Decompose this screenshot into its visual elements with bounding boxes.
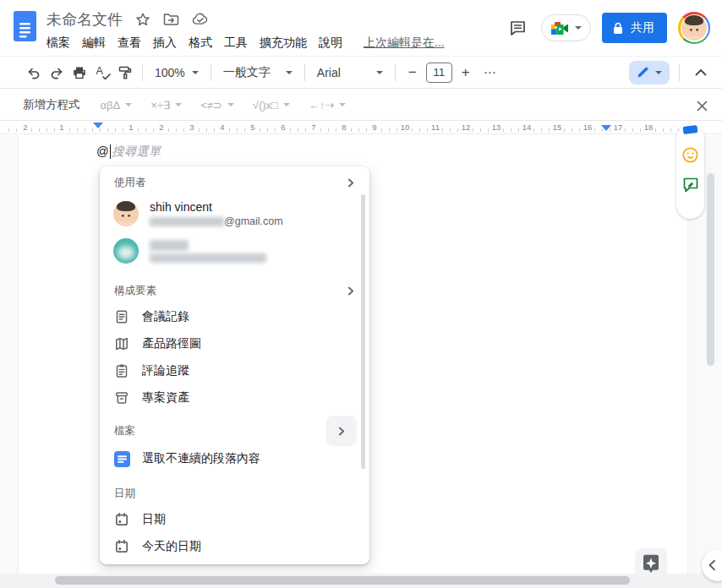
ruler-tick [77,128,78,132]
menu-item-label: 專案資產 [142,390,189,406]
google-docs-logo-icon[interactable] [14,11,36,41]
menu-item-todays-date[interactable]: 今天的日期 [100,533,369,560]
redo-button[interactable] [45,61,68,84]
map-icon [113,336,130,351]
increase-font-size-button[interactable]: + [455,62,477,84]
horizontal-scrollbar-track[interactable] [0,574,722,588]
font-family-select[interactable]: Arial [311,61,389,84]
share-button[interactable]: 共用 [602,13,667,43]
paint-format-button[interactable] [113,61,136,84]
person-name: shih vincent [150,201,283,214]
star-icon[interactable] [135,12,150,27]
suggest-edits-button[interactable] [676,170,704,200]
chevron-right-icon[interactable] [347,286,355,296]
ruler-number: 2 [21,122,29,132]
menu-insert[interactable]: 插入 [147,33,183,53]
misc-operations-dropdown[interactable]: ×÷∃ [150,99,182,112]
mention-text-line: @ 搜尋選單 [96,142,161,161]
menu-edit[interactable]: 編輯 [76,33,112,53]
doc-title[interactable]: 未命名文件 [46,9,123,30]
menu-file[interactable]: 檔案 [41,33,76,53]
dates-header-label: 日期 [114,487,135,501]
toolbar-more-button[interactable]: ⋯ [477,65,505,80]
ruler-tick [320,128,321,132]
zoom-value: 100% [155,66,185,79]
paragraph-style-select[interactable]: 一般文字 [217,61,298,84]
files-section-header[interactable]: 檔案 [100,418,369,444]
explore-star-icon [641,553,661,575]
menu-help[interactable]: 說明 [313,33,348,53]
people-section-header[interactable]: 使用者 [100,170,369,195]
font-size-input[interactable]: 11 [426,63,452,83]
ruler-number: 14 [521,122,533,132]
menu-item-meeting-notes[interactable]: 會議記錄 [100,303,369,330]
menu-extensions[interactable]: 擴充功能 [254,33,313,53]
ruler-tick [92,128,93,132]
dropdown-scrollbar[interactable] [361,194,365,469]
ruler-number: 12 [460,122,473,132]
vertical-scrollbar[interactable] [707,173,714,366]
left-indent-marker[interactable] [93,122,103,128]
ruler-tick [488,128,489,132]
toolbar-divider [679,64,680,81]
files-header-label: 檔案 [114,424,135,438]
spellcheck-button[interactable]: A [90,61,113,84]
menu-item-review-tracker[interactable]: 評論追蹤 [100,357,369,384]
close-equation-toolbar-button[interactable] [691,95,713,117]
ruler-number: 11 [429,122,441,132]
toolbar-divider [395,64,396,81]
editing-mode-button[interactable] [629,61,670,84]
decrease-font-size-button[interactable]: − [402,62,424,84]
undo-button[interactable] [22,61,45,84]
explore-button[interactable] [635,548,667,580]
partial-blue-pencil-icon[interactable] [683,125,698,134]
new-equation-button[interactable]: 新增方程式 [23,97,80,112]
menu-item-project-assets[interactable]: 專案資產 [100,384,369,411]
move-to-folder-icon[interactable] [163,13,179,26]
ruler-tick [503,128,504,132]
account-avatar[interactable]: Teacher [678,12,710,44]
greek-letters-dropdown[interactable]: αβΔ [101,99,133,112]
menu-tools[interactable]: 工具 [218,33,254,53]
arrows-dropdown[interactable]: ←↑⇢ [309,99,346,112]
hide-menus-button[interactable] [689,61,712,84]
ruler-tick [275,128,276,132]
menu-item-product-roadmap[interactable]: 產品路徑圖 [100,330,369,357]
insert-emoji-button[interactable] [676,139,704,170]
cloud-saved-icon[interactable] [192,13,209,26]
menu-item-document-file[interactable]: 選取不連續的段落內容 [100,444,369,474]
last-edited-link[interactable]: 上次編輯是在... [364,35,445,51]
print-button[interactable] [68,61,90,84]
person-item-1[interactable]: Teacher shih vincent @gmail.com [100,195,369,232]
ruler-tick [31,128,32,132]
menu-item-label: 選取不連續的段落內容 [142,451,260,466]
open-comments-button[interactable] [505,15,530,41]
chevron-right-icon[interactable] [347,178,355,188]
ruler-tick [549,128,550,132]
menu-view[interactable]: 查看 [112,33,147,53]
dropdown-caret-icon [283,103,290,106]
redacted-name [150,240,189,251]
horizontal-scrollbar-thumb[interactable] [55,576,630,585]
join-meet-button[interactable] [541,14,591,41]
calendar-icon [113,539,130,554]
math-operations-dropdown[interactable]: √()x□ [253,99,290,112]
ruler-tick [663,128,664,132]
zoom-select[interactable]: 100% [149,61,205,84]
ruler-tick [518,128,519,132]
ruler[interactable]: 21123456789101112131415161718 [0,122,722,134]
ruler-tick [168,128,169,132]
files-expand-button[interactable] [326,416,357,446]
ruler-number: 3 [188,122,195,132]
ruler-tick [419,128,420,132]
person-item-2[interactable] [100,232,369,270]
building-blocks-section-header[interactable]: 構成要素 [100,278,369,303]
ruler-tick [450,128,451,132]
avatar-face: Teacher [681,15,707,41]
ruler-number: 1 [127,122,134,132]
google-docs-file-icon [113,451,130,467]
menu-item-date[interactable]: 日期 [100,506,369,533]
relations-dropdown[interactable]: <≠⊃ [200,99,234,112]
menu-format[interactable]: 格式 [183,33,218,53]
ruler-tick [655,128,656,132]
